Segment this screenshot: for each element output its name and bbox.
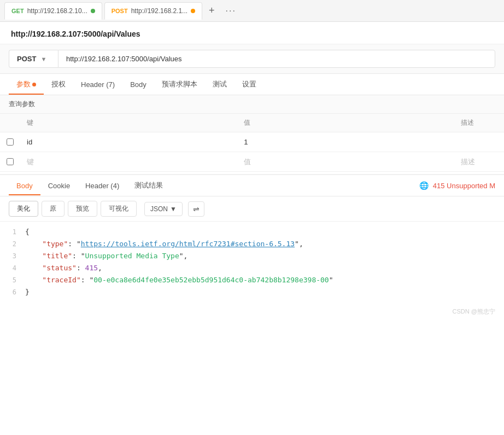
- resp-tab-cookie-label: Cookie: [48, 182, 70, 190]
- tab-tests-label: 测试: [213, 80, 227, 88]
- params-dot: [32, 83, 36, 86]
- row1-checkbox[interactable]: [7, 138, 14, 146]
- tab-settings-label: 设置: [242, 80, 256, 88]
- format-preview-button[interactable]: 预览: [68, 201, 97, 217]
- tab-get-method: GET: [11, 8, 24, 14]
- resp-tab-body-label: Body: [16, 182, 33, 190]
- col-header-check: [0, 114, 20, 132]
- json-link-type[interactable]: https://tools.ietf.org/html/rfc7231#sect…: [81, 240, 295, 248]
- resp-tab-header-label: Header (4): [85, 182, 119, 190]
- row2-key-input[interactable]: [20, 152, 237, 171]
- json-content-6: }: [25, 286, 495, 298]
- response-status: 🌐 415 Unsupported M: [419, 181, 495, 190]
- json-line-6: 6 }: [0, 286, 504, 298]
- table-row: [0, 132, 504, 152]
- tab-params-label: 参数: [16, 80, 31, 88]
- row1-desc-input[interactable]: [454, 132, 504, 152]
- query-section-header: 查询参数: [0, 95, 504, 114]
- json-content-4: "status": 415,: [25, 262, 495, 274]
- line-num-1: 1: [9, 227, 25, 237]
- row2-val-input[interactable]: [237, 152, 454, 171]
- resp-tab-header[interactable]: Header (4): [78, 176, 127, 195]
- row1-key-input[interactable]: [20, 132, 237, 152]
- json-val-status: 415: [85, 264, 98, 272]
- method-chevron-icon: ▼: [40, 56, 46, 62]
- json-line-1: 1 {: [0, 226, 504, 238]
- json-line-3: 3 "title": "Unsupported Media Type",: [0, 250, 504, 262]
- url-input[interactable]: [58, 50, 495, 68]
- page-title-bar: http://192.168.2.107:5000/api/Values: [0, 22, 504, 44]
- format-type-chevron-icon: ▼: [170, 205, 177, 213]
- format-raw-button[interactable]: 原: [42, 201, 65, 217]
- response-section: Body Cookie Header (4) 测试结果 🌐 415 Unsupp…: [0, 174, 504, 303]
- tab-settings[interactable]: 设置: [235, 74, 264, 95]
- tab-post-method: POST: [112, 8, 128, 14]
- tab-post-url: http://192.168.2.1...: [131, 7, 187, 15]
- json-val-traceid: 00-e0ca8e6d4fe0e35eb52ebb5d951d64c0-ab74…: [93, 276, 329, 284]
- table-row: [0, 152, 504, 172]
- json-val-title: Unsupported Media Type: [85, 252, 179, 260]
- selected-method: POST: [17, 55, 36, 63]
- row1-val-input[interactable]: [237, 132, 454, 152]
- request-line: POST ▼: [0, 44, 504, 74]
- resp-tab-body[interactable]: Body: [9, 176, 40, 195]
- tab-body-label: Body: [130, 80, 146, 89]
- json-line-2: 2 "type": "https://tools.ietf.org/html/r…: [0, 238, 504, 250]
- watermark: CSDN @熊忠宁: [0, 303, 504, 320]
- tab-get[interactable]: GET http://192.168.2.10...: [4, 2, 102, 20]
- line-num-6: 6: [9, 287, 25, 298]
- tab-body[interactable]: Body: [122, 75, 154, 94]
- format-visual-button[interactable]: 可视化: [101, 201, 137, 217]
- globe-icon: 🌐: [419, 181, 429, 190]
- tab-auth[interactable]: 授权: [44, 74, 73, 95]
- tab-post-dot: [191, 9, 195, 13]
- tab-params[interactable]: 参数: [9, 74, 44, 95]
- query-section-label: 查询参数: [9, 100, 35, 108]
- json-line-4: 4 "status": 415,: [0, 262, 504, 274]
- resp-tab-test[interactable]: 测试结果: [127, 175, 171, 196]
- status-badge: 415 Unsupported M: [433, 182, 495, 190]
- line-num-5: 5: [9, 275, 25, 286]
- wrap-button[interactable]: ⇌: [188, 201, 204, 217]
- json-key-status: "status": [25, 264, 77, 272]
- tab-header[interactable]: Header (7): [73, 75, 122, 94]
- format-type-label: JSON: [150, 205, 168, 213]
- more-tabs-button[interactable]: ···: [221, 6, 241, 16]
- format-type-select[interactable]: JSON ▼: [144, 202, 183, 216]
- col-header-desc: 描述: [454, 114, 504, 132]
- row2-checkbox[interactable]: [7, 158, 14, 165]
- tab-bar: GET http://192.168.2.10... POST http://1…: [0, 0, 504, 22]
- json-content-2: "type": "https://tools.ietf.org/html/rfc…: [25, 238, 495, 250]
- tab-prerequest[interactable]: 预请求脚本: [154, 74, 205, 95]
- format-bar: 美化 原 预览 可视化 JSON ▼ ⇌: [0, 196, 504, 222]
- method-selector[interactable]: POST ▼: [9, 50, 58, 68]
- page-title: http://192.168.2.107:5000/api/Values: [11, 30, 140, 38]
- tab-post[interactable]: POST http://192.168.2.1...: [104, 2, 202, 20]
- new-tab-button[interactable]: +: [204, 5, 219, 16]
- json-key-title: "title": [25, 252, 72, 260]
- tab-get-dot: [91, 9, 95, 13]
- line-num-4: 4: [9, 263, 25, 274]
- row2-desc-input[interactable]: [454, 152, 504, 171]
- json-content-1: {: [25, 226, 495, 238]
- request-tabs: 参数 授权 Header (7) Body 预请求脚本 测试 设置: [0, 74, 504, 95]
- tab-auth-label: 授权: [51, 80, 66, 88]
- json-content-3: "title": "Unsupported Media Type",: [25, 250, 495, 262]
- json-key-type: "type": [25, 240, 68, 248]
- format-beautify-button[interactable]: 美化: [9, 201, 38, 217]
- json-body: 1 { 2 "type": "https://tools.ietf.org/ht…: [0, 222, 504, 303]
- tab-tests[interactable]: 测试: [205, 74, 235, 95]
- json-line-5: 5 "traceId": "00-e0ca8e6d4fe0e35eb52ebb5…: [0, 274, 504, 286]
- line-num-2: 2: [9, 239, 25, 250]
- response-tabs: Body Cookie Header (4) 测试结果 🌐 415 Unsupp…: [0, 175, 504, 196]
- line-num-3: 3: [9, 251, 25, 262]
- params-table: 键 值 描述: [0, 114, 504, 172]
- tab-get-url: http://192.168.2.10...: [27, 7, 87, 15]
- tab-prerequest-label: 预请求脚本: [162, 80, 197, 88]
- resp-tab-cookie[interactable]: Cookie: [40, 176, 78, 195]
- json-key-traceid: "traceId": [25, 276, 81, 284]
- resp-tab-test-label: 测试结果: [134, 181, 163, 189]
- col-header-key: 键: [20, 114, 237, 132]
- col-header-val: 值: [237, 114, 454, 132]
- json-content-5: "traceId": "00-e0ca8e6d4fe0e35eb52ebb5d9…: [25, 274, 495, 286]
